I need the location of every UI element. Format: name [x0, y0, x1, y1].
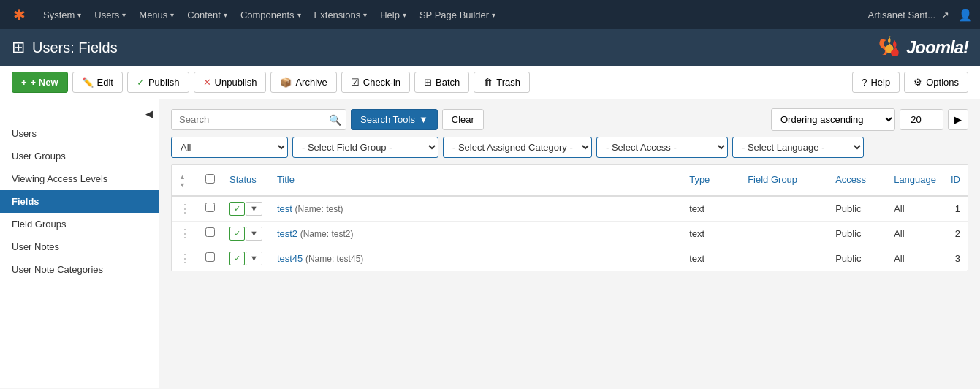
status-dropdown-button[interactable]: ▼ [246, 252, 262, 265]
assigned-category-filter-select[interactable]: - Select Assigned Category - [443, 137, 592, 158]
status-group: ✓ ▼ [229, 227, 262, 241]
sidebar-item-users[interactable]: Users [0, 122, 159, 145]
publish-status-button[interactable]: ✓ [229, 227, 245, 241]
trash-button[interactable]: 🗑 Trash [474, 72, 530, 93]
nav-users[interactable]: Users ▾ [88, 0, 132, 29]
options-button[interactable]: ⚙ Options [904, 72, 968, 93]
user-icon[interactable]: 👤 [958, 8, 973, 22]
type-value: text [689, 228, 704, 239]
joomla-logo-icon[interactable]: ✱ [7, 0, 31, 29]
header-left: ⊞ Users: Fields [12, 38, 118, 57]
row-checkbox[interactable] [205, 203, 215, 212]
edit-button[interactable]: ✏️ Edit [72, 72, 123, 93]
row-checkbox-cell [198, 221, 222, 246]
title-link[interactable]: test2 [277, 228, 297, 239]
row-checkbox[interactable] [205, 227, 215, 237]
type-value: text [689, 203, 704, 214]
search-input[interactable] [176, 110, 329, 129]
status-filter-select[interactable]: All [171, 137, 288, 158]
th-access[interactable]: Access [828, 165, 886, 196]
checkin-button[interactable]: ☑ Check-in [341, 72, 410, 93]
batch-button[interactable]: ⊞ Batch [414, 72, 469, 93]
search-tools-button[interactable]: Search Tools ▼ [351, 109, 438, 130]
th-title[interactable]: Title [270, 165, 682, 196]
drag-handle[interactable]: ⋮ [172, 196, 198, 222]
top-navbar: ✱ System ▾ Users ▾ Menus ▾ Content ▾ Com… [0, 0, 980, 29]
user-name: Artisanet Sant... [868, 10, 936, 20]
per-page-input[interactable] [900, 109, 943, 130]
page-title: Users: Fields [32, 39, 118, 56]
publish-status-button[interactable]: ✓ [229, 202, 245, 216]
th-type[interactable]: Type [682, 165, 740, 196]
title-link[interactable]: test [277, 203, 292, 214]
nav-extensions[interactable]: Extensions ▾ [308, 0, 373, 29]
status-cell: ✓ ▼ [222, 196, 270, 222]
sidebar-item-user-groups[interactable]: User Groups [0, 145, 159, 167]
th-status[interactable]: Status [222, 165, 270, 196]
status-dropdown-button[interactable]: ▼ [246, 227, 262, 241]
select-all-checkbox[interactable] [205, 174, 215, 184]
th-fieldgroup[interactable]: Field Group [740, 165, 828, 196]
access-cell: Public [828, 246, 886, 271]
gear-icon: ⚙ [913, 77, 922, 88]
access-filter-select[interactable]: - Select Access - [596, 137, 728, 158]
help-icon: ? [862, 77, 867, 88]
field-group-filter-select[interactable]: - Select Field Group - [292, 137, 438, 158]
sidebar-item-user-note-categories[interactable]: User Note Categories [0, 258, 159, 281]
row-checkbox[interactable] [205, 252, 215, 262]
publish-status-button[interactable]: ✓ [229, 252, 245, 265]
nav-content[interactable]: Content ▾ [181, 0, 233, 29]
new-icon: + [21, 77, 27, 88]
table-container: ▲▼ Status Title Type [171, 164, 968, 271]
per-page-apply-button[interactable]: ▶ [948, 109, 968, 130]
nav-sp-arrow: ▾ [492, 11, 495, 19]
ordering-select[interactable]: Ordering ascendingOrdering descending [771, 108, 895, 131]
nav-system[interactable]: System ▾ [37, 0, 87, 29]
status-dropdown-button[interactable]: ▼ [246, 202, 262, 216]
id-cell: 3 [943, 246, 968, 271]
table-row: ⋮ ✓ ▼ test (Name: test) text Public All [172, 196, 968, 222]
language-cell: All [886, 221, 943, 246]
new-button[interactable]: + + New [12, 72, 68, 93]
sidebar-item-user-notes[interactable]: User Notes [0, 235, 159, 258]
nav-help[interactable]: Help ▾ [374, 0, 412, 29]
trash-icon: 🗑 [483, 77, 493, 88]
nav-sp-page-builder[interactable]: SP Page Builder ▾ [414, 0, 501, 29]
access-value: Public [835, 203, 861, 214]
nav-components[interactable]: Components ▾ [235, 0, 307, 29]
sidebar-item-field-groups[interactable]: Field Groups [0, 213, 159, 235]
unpublish-icon: ✕ [203, 77, 211, 88]
title-name: (Name: test45) [305, 254, 363, 264]
publish-button[interactable]: ✓ Publish [127, 72, 189, 93]
access-value: Public [835, 228, 861, 239]
drag-handle[interactable]: ⋮ [172, 221, 198, 246]
fieldgroup-cell [740, 246, 828, 271]
clear-button[interactable]: Clear [442, 109, 484, 130]
search-icon[interactable]: 🔍 [329, 114, 341, 126]
drag-handle[interactable]: ⋮ [172, 246, 198, 271]
archive-button[interactable]: 📦 Archive [270, 72, 336, 93]
title-cell: test (Name: test) [270, 196, 682, 222]
title-name: (Name: test) [295, 204, 343, 214]
table-header-row: ▲▼ Status Title Type [172, 165, 968, 196]
page-icon: ⊞ [12, 38, 25, 57]
help-button[interactable]: ? Help [852, 72, 900, 93]
language-value: All [894, 228, 904, 239]
th-drag: ▲▼ [172, 165, 198, 196]
status-cell: ✓ ▼ [222, 221, 270, 246]
table-row: ⋮ ✓ ▼ test45 (Name: test45) text Public … [172, 246, 968, 271]
publish-icon: ✓ [137, 77, 145, 88]
sidebar-item-fields[interactable]: Fields [0, 190, 159, 213]
sidebar-item-viewing-access-levels[interactable]: Viewing Access Levels [0, 167, 159, 190]
language-filter-select[interactable]: - Select Language - [732, 137, 864, 158]
th-language[interactable]: Language [886, 165, 943, 196]
batch-icon: ⊞ [424, 77, 432, 88]
sidebar-toggle[interactable]: ◀ [0, 105, 159, 122]
nav-menus[interactable]: Menus ▾ [133, 0, 180, 29]
title-link[interactable]: test45 [277, 253, 303, 264]
title-name: (Name: test2) [300, 229, 354, 239]
user-menu[interactable]: Artisanet Sant... ↗ [868, 10, 950, 20]
toolbar: + + New ✏️ Edit ✓ Publish ✕ Unpublish 📦 … [0, 66, 980, 99]
unpublish-button[interactable]: ✕ Unpublish [194, 72, 267, 93]
th-id[interactable]: ID [943, 165, 968, 196]
